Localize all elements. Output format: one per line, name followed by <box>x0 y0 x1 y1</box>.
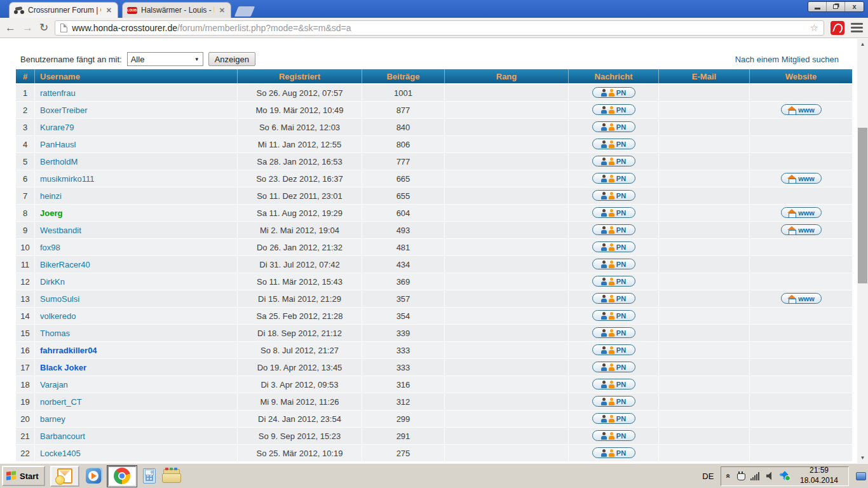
pn-button[interactable]: PN <box>592 156 635 166</box>
www-button[interactable]: www <box>781 104 822 115</box>
username-link[interactable]: Locke1405 <box>40 449 81 458</box>
username-link[interactable]: BikerRacer40 <box>40 260 90 269</box>
pn-button[interactable]: PN <box>592 224 635 235</box>
show-button[interactable]: Anzeigen <box>208 52 255 66</box>
username-link[interactable]: musikmirko111 <box>40 174 94 184</box>
www-button[interactable]: www <box>781 207 822 218</box>
username-filter-select[interactable]: Alle ▼ <box>127 52 203 66</box>
tab-louis-shop[interactable]: LOUIS Halswärmer - Louis - Motorra ✕ <box>122 2 231 18</box>
col-header-username[interactable]: Username <box>35 69 238 85</box>
forward-button[interactable]: → <box>22 22 33 33</box>
restore-button[interactable] <box>827 2 845 11</box>
pn-button[interactable]: PN <box>592 259 635 269</box>
language-indicator[interactable]: DE <box>702 471 714 481</box>
pn-button[interactable]: PN <box>592 413 635 424</box>
pn-button[interactable]: PN <box>592 173 635 184</box>
pn-button[interactable]: PN <box>592 241 635 252</box>
pn-button[interactable]: PN <box>592 344 635 355</box>
username-link[interactable]: SumoSulsi <box>40 294 79 304</box>
www-button[interactable]: www <box>781 224 822 235</box>
username-link[interactable]: Thomas <box>40 329 70 338</box>
pn-button[interactable]: PN <box>592 276 635 287</box>
col-header-website[interactable]: Website <box>750 69 852 85</box>
username-link[interactable]: BoxerTreiber <box>40 105 88 115</box>
username-link[interactable]: norbert_CT <box>40 397 82 407</box>
col-header-number[interactable]: # <box>16 69 35 85</box>
username-link[interactable]: fahrradkiller04 <box>40 346 97 355</box>
scroll-down-icon[interactable]: ▼ <box>857 452 868 463</box>
member-search-link[interactable]: Nach einem Mitglied suchen <box>735 55 839 64</box>
username-link[interactable]: Kurare79 <box>40 123 74 132</box>
posts-cell: 333 <box>362 342 445 359</box>
username-link[interactable]: DirkKn <box>40 277 65 287</box>
power-plug-icon[interactable] <box>736 471 745 480</box>
pn-button[interactable]: PN <box>592 447 635 458</box>
username-link[interactable]: barney <box>40 414 65 424</box>
speaker-icon[interactable] <box>766 472 775 480</box>
username-link[interactable]: Black Joker <box>40 363 86 372</box>
pn-button[interactable]: PN <box>592 396 635 407</box>
show-desktop-button[interactable] <box>856 472 866 480</box>
minimize-button[interactable] <box>808 2 827 11</box>
tab-close-icon[interactable]: ✕ <box>105 6 113 15</box>
message-cell: PN <box>569 256 659 273</box>
chrome-menu-icon[interactable] <box>851 23 863 32</box>
username-link[interactable]: Joerg <box>40 208 62 218</box>
pn-button[interactable]: PN <box>592 190 635 201</box>
pn-button[interactable]: PN <box>592 430 635 441</box>
pn-button[interactable]: PN <box>592 139 635 149</box>
tray-clock[interactable]: 21:59 18.04.2014 <box>795 466 843 485</box>
username-link[interactable]: Westbandit <box>40 226 81 235</box>
pn-button[interactable]: PN <box>592 121 635 132</box>
pn-button[interactable]: PN <box>592 379 635 390</box>
username-cell: fox98 <box>35 239 238 256</box>
taskbar-folder-button[interactable] <box>162 466 180 487</box>
posts-cell: 275 <box>362 445 445 462</box>
col-header-email[interactable]: E-Mail <box>659 69 750 85</box>
username-link[interactable]: PanHausl <box>40 140 76 149</box>
pn-button[interactable]: PN <box>592 362 635 372</box>
www-button[interactable]: www <box>781 173 822 184</box>
pn-button[interactable]: PN <box>592 293 635 304</box>
tab-crossrunner-forum[interactable]: Crossrunner Forum | Crossto ✕ <box>9 2 118 18</box>
pn-button[interactable]: PN <box>592 327 635 338</box>
username-link[interactable]: Barbancourt <box>40 431 85 441</box>
show-hidden-icons-icon[interactable]: « <box>724 474 733 478</box>
website-cell <box>750 342 852 359</box>
username-link[interactable]: Varajan <box>40 380 68 390</box>
pn-button[interactable]: PN <box>592 207 635 218</box>
scrollbar-thumb[interactable] <box>858 128 867 283</box>
taskbar-chrome-button[interactable] <box>107 466 137 487</box>
taskbar-outlook-button[interactable] <box>50 466 79 487</box>
tab-close-icon[interactable]: ✕ <box>218 6 226 15</box>
start-button[interactable]: Start <box>2 466 45 486</box>
vertical-scrollbar[interactable]: ▲ ▼ <box>857 39 868 463</box>
dropbox-icon[interactable] <box>780 471 789 480</box>
pn-button[interactable]: PN <box>592 104 635 115</box>
username-link[interactable]: fox98 <box>40 243 60 252</box>
taskbar-calculator-button[interactable] <box>143 466 156 487</box>
username-link[interactable]: volkeredo <box>40 311 76 321</box>
avira-extension-icon[interactable] <box>831 21 844 35</box>
www-button[interactable]: www <box>781 293 822 304</box>
new-tab-button[interactable] <box>234 6 255 17</box>
taskbar-mediaplayer-button[interactable] <box>86 466 101 487</box>
pn-button[interactable]: PN <box>592 310 635 321</box>
network-signal-icon[interactable] <box>750 472 761 480</box>
scroll-up-icon[interactable]: ▲ <box>857 39 868 50</box>
username-link[interactable]: rattenfrau <box>40 88 76 98</box>
back-button[interactable]: ← <box>5 22 16 33</box>
address-bar[interactable]: www.honda-crosstourer.de/forum/memberlis… <box>55 20 824 36</box>
username-link[interactable]: BertholdM <box>40 157 78 166</box>
reload-button[interactable]: ↻ <box>39 22 48 33</box>
col-header-message[interactable]: Nachricht <box>569 69 659 85</box>
website-cell <box>750 119 852 136</box>
username-link[interactable]: heinzi <box>40 191 62 201</box>
bookmark-star-icon[interactable]: ☆ <box>810 22 818 34</box>
col-header-posts[interactable]: Beiträge <box>362 69 445 85</box>
pn-button[interactable]: PN <box>592 87 635 98</box>
col-header-registered[interactable]: Registriert <box>238 69 362 85</box>
close-button[interactable]: x <box>845 2 864 11</box>
rank-cell <box>445 187 569 205</box>
col-header-rank[interactable]: Rang <box>445 69 569 85</box>
